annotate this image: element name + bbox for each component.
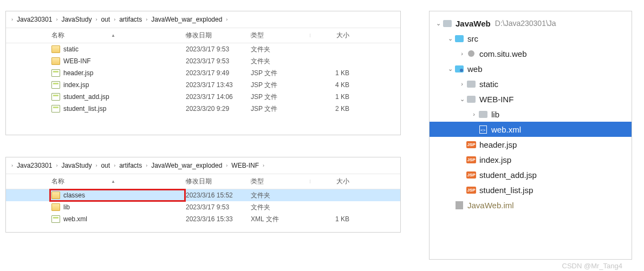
pkg-icon [466, 49, 476, 58]
breadcrumb-item[interactable]: JavaWeb_war_exploded [149, 161, 224, 170]
dir-icon [466, 80, 476, 88]
breadcrumb-item[interactable]: JavaWeb_war_exploded [149, 15, 224, 24]
sort-indicator-icon: ▲ [111, 33, 115, 38]
table-row[interactable]: index.jsp2023/3/17 13:43JSP 文件4 KB [6, 79, 400, 91]
xml-icon [51, 215, 60, 223]
table-row[interactable]: lib2023/3/17 9:53文件夹 [6, 201, 400, 213]
file-size: 1 KB [310, 69, 354, 77]
column-header-name[interactable]: 名称▲ [51, 177, 186, 186]
breadcrumb-item[interactable]: WEB-INF [229, 161, 261, 170]
tree-node[interactable]: web.xml [430, 122, 632, 137]
tree-node-label: student_list.jsp [479, 186, 533, 195]
column-header-size[interactable]: 大小 [310, 177, 354, 186]
file-date: 2023/3/20 9:29 [186, 105, 251, 113]
table-row[interactable]: WEB-INF2023/3/17 9:53文件夹 [6, 55, 400, 67]
tree-node-label: static [479, 80, 498, 89]
tree-node-label: web [467, 64, 483, 74]
chevron-down-icon[interactable]: ⌄ [458, 96, 466, 103]
tree-node-label: JavaWeb [456, 19, 491, 28]
tree-node[interactable]: ⌄JavaWebD:\Java230301\Ja [430, 16, 632, 31]
column-header-type[interactable]: 类型 [251, 177, 310, 186]
chevron-right-icon: › [226, 17, 227, 22]
folder-icon [51, 203, 60, 211]
file-size: 4 KB [310, 81, 354, 89]
tree-node[interactable]: ›static [430, 76, 632, 91]
table-row[interactable]: static2023/3/17 9:53文件夹 [6, 43, 400, 55]
file-type: JSP 文件 [251, 69, 310, 78]
file-size: 1 KB [310, 215, 354, 223]
table-row[interactable]: student_list.jsp2023/3/20 9:29JSP 文件2 KB [6, 103, 400, 115]
tree-node-label: web.xml [491, 125, 521, 134]
column-header-name[interactable]: 名称▲ [51, 31, 186, 40]
tree-node[interactable]: JSPstudent_add.jsp [430, 167, 632, 182]
tree-node-label: student_add.jsp [479, 170, 537, 180]
file-date: 2023/3/17 9:53 [186, 57, 251, 65]
file-name: static [63, 45, 79, 53]
table-row[interactable]: web.xml2023/3/16 15:33XML 文件1 KB [6, 213, 400, 225]
column-header-type[interactable]: 类型 [251, 31, 310, 40]
chevron-down-icon[interactable]: ⌄ [446, 65, 454, 72]
breadcrumb-item[interactable]: artifacts [117, 15, 144, 24]
dir-icon [478, 110, 488, 118]
tree-node-label: src [467, 34, 478, 43]
tree-node-path: D:\Java230301\Ja [495, 19, 556, 28]
chevron-right-icon[interactable]: › [458, 50, 466, 57]
table-row[interactable]: classes2023/3/16 15:52文件夹 [6, 189, 400, 201]
breadcrumb-item[interactable]: JavaStudy [59, 15, 94, 24]
chevron-right-icon[interactable]: › [470, 111, 478, 117]
tree-node[interactable]: JSPindex.jsp [430, 152, 632, 167]
xmlf-icon [478, 125, 488, 134]
file-name: index.jsp [63, 81, 89, 89]
jspf-icon: JSP [466, 186, 476, 194]
column-header-date[interactable]: 修改日期 [186, 31, 251, 40]
breadcrumb[interactable]: ›Java230301›JavaStudy›out›artifacts›Java… [6, 157, 400, 174]
table-header[interactable]: 名称▲ 修改日期 类型 大小 [6, 174, 400, 189]
chevron-right-icon: › [114, 17, 115, 22]
file-name: classes [63, 191, 85, 199]
breadcrumb[interactable]: ›Java230301›JavaStudy›out›artifacts›Java… [6, 11, 400, 28]
tree-node[interactable]: JSPheader.jsp [430, 137, 632, 152]
tree-node[interactable]: ⌄WEB-INF [430, 91, 632, 107]
column-header-date[interactable]: 修改日期 [186, 177, 251, 186]
file-list-table: 名称▲ 修改日期 类型 大小 classes2023/3/16 15:52文件夹… [6, 174, 400, 225]
tree-node[interactable]: ⌄src [430, 31, 632, 46]
file-name: student_list.jsp [63, 105, 106, 113]
chevron-down-icon[interactable]: ⌄ [446, 35, 454, 42]
tree-node-label: WEB-INF [479, 95, 513, 104]
file-type: JSP 文件 [251, 81, 310, 90]
dir-icon [466, 95, 476, 103]
jsp-icon [51, 81, 60, 89]
chevron-right-icon: › [226, 163, 227, 168]
table-row[interactable]: header.jsp2023/3/17 9:49JSP 文件1 KB [6, 67, 400, 79]
tree-node-label: index.jsp [479, 155, 511, 164]
chevron-right-icon: › [11, 163, 13, 168]
breadcrumb-item[interactable]: Java230301 [15, 15, 54, 24]
chevron-down-icon[interactable]: ⌄ [434, 20, 443, 27]
tree-node[interactable]: JSPstudent_list.jsp [430, 182, 632, 197]
src-icon [454, 34, 464, 43]
tree-node[interactable]: JavaWeb.iml [430, 197, 632, 213]
tree-node[interactable]: ›lib [430, 107, 632, 122]
file-date: 2023/3/17 9:49 [186, 69, 251, 77]
column-header-size[interactable]: 大小 [310, 31, 354, 40]
chevron-right-icon: › [263, 163, 264, 168]
file-name: web.xml [63, 215, 87, 223]
web-icon [454, 64, 464, 73]
breadcrumb-item[interactable]: out [99, 161, 112, 170]
tree-node[interactable]: ›com.situ.web [430, 46, 632, 61]
jspf-icon: JSP [466, 170, 476, 179]
breadcrumb-item[interactable]: artifacts [117, 161, 144, 170]
breadcrumb-item[interactable]: JavaStudy [59, 161, 94, 170]
table-row[interactable]: student_add.jsp2023/3/17 14:06JSP 文件1 KB [6, 91, 400, 103]
file-type: JSP 文件 [251, 104, 310, 114]
breadcrumb-item[interactable]: out [99, 15, 112, 24]
folder-icon [51, 191, 60, 199]
file-list-table: 名称▲ 修改日期 类型 大小 static2023/3/17 9:53文件夹WE… [6, 28, 400, 115]
breadcrumb-item[interactable]: Java230301 [15, 161, 54, 170]
tree-node[interactable]: ⌄web [430, 61, 632, 76]
file-date: 2023/3/17 14:06 [186, 93, 251, 101]
file-date: 2023/3/17 9:53 [186, 203, 251, 211]
table-header[interactable]: 名称▲ 修改日期 类型 大小 [6, 28, 400, 43]
chevron-right-icon[interactable]: › [458, 81, 466, 87]
module-icon [443, 19, 452, 28]
